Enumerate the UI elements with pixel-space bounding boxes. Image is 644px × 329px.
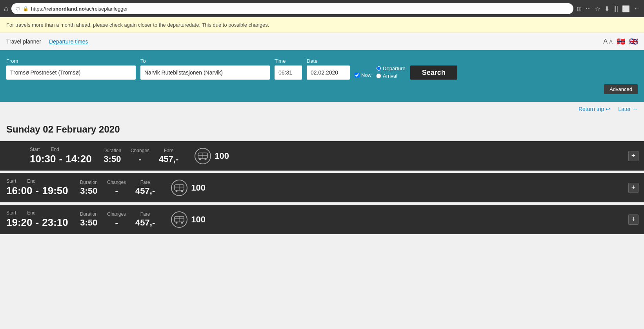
trip-card: 10:30 Start End 10:30 - 14:20 Duration 3… <box>0 141 644 171</box>
trip3-end: 23:10 <box>42 216 68 229</box>
home-icon[interactable]: ⌂ <box>4 5 8 13</box>
changes-col2: Changes - <box>107 180 126 196</box>
font-large-button[interactable]: A <box>603 38 608 45</box>
date-label: Date <box>307 58 350 64</box>
date-input[interactable] <box>307 65 350 80</box>
radio-group: Departure Arrival <box>376 65 406 80</box>
arrival-radio-label[interactable]: Arrival <box>376 73 406 79</box>
trip1-end: 14:20 <box>65 153 92 165</box>
trip1-icon-num: 100 <box>194 147 229 165</box>
flag-uk[interactable]: 🇬🇧 <box>629 37 638 46</box>
trip2-dash: - <box>36 185 39 197</box>
end-col-label3: End <box>27 210 35 216</box>
bookmarks-icon[interactable]: ||| <box>613 5 618 12</box>
tab-icon[interactable]: ⬜ <box>622 5 630 13</box>
later-link[interactable]: Later → <box>618 106 638 112</box>
trip3-duration: 3:50 <box>80 218 97 228</box>
trip1-changes: - <box>138 154 141 164</box>
now-checkbox-group: Now <box>355 72 371 80</box>
trip2-end: 19:50 <box>42 185 68 197</box>
browser-actions: ⊞ ··· ☆ ⬇ ||| ⬜ ← <box>577 5 640 13</box>
search-form-row2: Advanced <box>6 84 638 94</box>
changes-label2: Changes <box>107 180 126 185</box>
trip3-expand-button[interactable]: + <box>628 214 639 225</box>
departure-radio[interactable] <box>376 66 381 71</box>
end-col-label2: End <box>27 178 35 184</box>
trip1-route: 100 <box>215 151 229 161</box>
trip-nav: Return trip ↩ Later → <box>0 102 644 116</box>
fare-col: Fare 457,- <box>159 148 178 164</box>
trip1-meta: Duration 3:50 Changes - Fare 457,- <box>104 148 179 164</box>
time-group: Time <box>275 58 302 80</box>
now-checkbox[interactable] <box>355 73 360 78</box>
date-group: Date <box>307 58 350 80</box>
advanced-button[interactable]: Advanced <box>604 84 638 94</box>
duration-label3: Duration <box>80 211 98 217</box>
fare-label: Fare <box>164 148 174 153</box>
tab-bar: Travel planner Departure times A A 🇳🇴 🇬🇧 <box>0 33 644 50</box>
trip1-dash: - <box>59 153 63 165</box>
fare-label3: Fare <box>140 211 150 217</box>
return-trip-link[interactable]: Return trip ↩ <box>579 106 610 112</box>
trip-card: Start End 19:20 - 23:10 Duration 3:50 Ch… <box>0 205 644 234</box>
search-button[interactable]: Search <box>410 65 457 80</box>
search-form-row: From To Time Date Now Departure <box>6 58 638 80</box>
start-col-label: Start <box>30 147 40 152</box>
font-small-button[interactable]: A <box>609 39 613 45</box>
tab-bar-left: Travel planner Departure times <box>6 35 88 49</box>
duration-label: Duration <box>104 148 121 153</box>
changes-label: Changes <box>131 148 149 153</box>
download-icon[interactable]: ⬇ <box>604 5 609 13</box>
tab-bar-right: A A 🇳🇴 🇬🇧 <box>603 37 638 46</box>
from-input[interactable] <box>6 65 136 80</box>
duration-label2: Duration <box>80 180 98 185</box>
bus-icon3 <box>171 211 188 228</box>
to-label: To <box>140 58 270 64</box>
lock-icon: 🔒 <box>23 6 29 11</box>
to-input[interactable] <box>140 65 270 80</box>
trip-time-range: 10:30 <box>6 153 18 159</box>
trip2-expand-button[interactable]: + <box>628 183 639 193</box>
svg-point-10 <box>181 190 183 192</box>
svg-point-4 <box>205 158 207 160</box>
tab-departure-times[interactable]: Departure times <box>49 35 88 49</box>
tab-travel-planner[interactable]: Travel planner <box>6 35 41 49</box>
fare-label2: Fare <box>140 180 150 185</box>
more-icon[interactable]: ··· <box>586 5 591 12</box>
fare-col3: Fare 457,- <box>135 211 155 228</box>
trip2-changes: - <box>115 186 118 196</box>
trip3-route: 100 <box>191 214 206 225</box>
end-col-label: End <box>51 147 59 152</box>
back-icon[interactable]: ← <box>634 5 640 12</box>
star-icon[interactable]: ☆ <box>595 5 600 13</box>
svg-point-15 <box>176 222 178 224</box>
time-input[interactable] <box>275 65 302 80</box>
arrival-radio[interactable] <box>376 73 381 78</box>
to-group: To <box>140 58 270 80</box>
trip-card: Start End 16:00 - 19:50 Duration 3:50 Ch… <box>0 173 644 202</box>
trip1-duration: 3:50 <box>104 154 121 164</box>
start-col-label2: Start <box>6 178 16 184</box>
font-size-controls: A A <box>603 38 613 45</box>
trip2-start: 16:00 <box>6 185 33 197</box>
time-label: Time <box>275 58 302 64</box>
fare-col2: Fare 457,- <box>135 180 155 196</box>
trip2-route: 100 <box>191 183 206 193</box>
notification-text: For travels more than a month ahead, ple… <box>6 22 269 28</box>
grid-icon[interactable]: ⊞ <box>577 5 582 13</box>
search-form: From To Time Date Now Departure <box>0 50 644 102</box>
trip3-meta: Duration 3:50 Changes - Fare 457,- <box>80 211 155 228</box>
departure-radio-label[interactable]: Departure <box>376 65 406 71</box>
trip3-changes: - <box>115 218 118 228</box>
notification-banner: For travels more than a month ahead, ple… <box>0 17 644 33</box>
changes-col3: Changes - <box>107 211 126 228</box>
flag-norway[interactable]: 🇳🇴 <box>617 37 625 46</box>
address-bar[interactable]: 🛡 🔒 https://reisnordland.no/ac/reiseplan… <box>11 3 573 14</box>
now-label[interactable]: Now <box>355 72 371 78</box>
changes-label3: Changes <box>107 211 126 217</box>
duration-col2: Duration 3:50 <box>80 180 98 196</box>
trip-results: 10:30 Start End 10:30 - 14:20 Duration 3… <box>0 141 644 244</box>
trip1-expand-button[interactable]: + <box>628 151 639 161</box>
duration-col3: Duration 3:50 <box>80 211 98 228</box>
svg-point-9 <box>176 190 178 192</box>
